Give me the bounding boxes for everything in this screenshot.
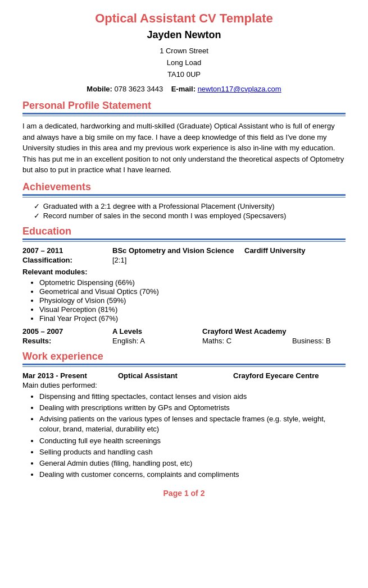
mobile-label: Mobile: <box>87 85 112 93</box>
page-footer: Page 1 of 2 <box>22 489 346 498</box>
work-duties-label: Main duties performed: <box>22 381 346 389</box>
list-item: Record number of sales in the second mon… <box>34 212 346 220</box>
list-item: Dispensing and fitting spectacles, conta… <box>39 392 346 402</box>
page-title: Optical Assistant CV Template <box>22 11 346 26</box>
achievements-divider-thin <box>22 197 346 197</box>
list-item: General Admin duties (filing, handling p… <box>39 458 346 468</box>
address-block: 1 Crown Street Long Load TA10 0UP <box>22 45 346 80</box>
edu-dates-1: 2007 – 2011 <box>22 246 112 255</box>
list-item: Dealing with customer concerns, complain… <box>39 470 346 480</box>
list-item: Final Year Project (67%) <box>39 314 346 323</box>
personal-profile-heading: Personal Profile Statement <box>22 100 346 112</box>
edu-classification-row: Classification: [2:1] <box>22 256 346 264</box>
work-entry-1-row: Mar 2013 - Present Optical Assistant Cra… <box>22 371 346 380</box>
list-item: Conducting full eye health screenings <box>39 436 346 446</box>
edu-result-business: Business: B <box>292 337 346 345</box>
edu-result-maths: Maths: C <box>202 337 292 345</box>
education-divider-thin <box>22 241 346 242</box>
education-entry-2-row: 2005 – 2007 A Levels Crayford West Acade… <box>22 327 346 336</box>
education-entry-1-row: 2007 – 2011 BSc Optometry and Vision Sci… <box>22 246 346 255</box>
contact-line: Mobile: 078 3623 3443 E-mail: newton117@… <box>22 85 346 93</box>
edu-qualification-1: BSc Optometry and Vision Science <box>112 246 244 255</box>
work-divider-thick <box>22 364 346 365</box>
work-title-1: Optical Assistant <box>118 371 233 380</box>
list-item: Visual Perception (81%) <box>39 305 346 314</box>
work-duties-list: Dispensing and fitting spectacles, conta… <box>22 392 346 480</box>
work-experience-heading: Work experience <box>22 351 346 362</box>
personal-profile-body: I am a dedicated, hardworking and multi-… <box>22 121 346 176</box>
achievements-divider-thick <box>22 194 346 196</box>
mobile-value: 078 3623 3443 <box>114 85 163 93</box>
edu-institution-1: Cardiff University <box>244 246 346 255</box>
email-label: E-mail: <box>171 85 196 93</box>
address-line3: TA10 0UP <box>22 69 346 81</box>
edu-results-label: Results: <box>22 337 112 345</box>
work-employer-1: Crayford Eyecare Centre <box>233 371 346 380</box>
edu-classification-label: Classification: <box>22 256 112 264</box>
work-dates-1: Mar 2013 - Present <box>22 371 118 380</box>
education-heading: Education <box>22 226 346 237</box>
relevant-modules-label: Relevant modules: <box>22 268 346 276</box>
edu-classification-value: [2:1] <box>112 256 346 264</box>
list-item: Advising patients on the various types o… <box>39 414 346 434</box>
edu-results-row: Results: English: A Maths: C Business: B <box>22 337 346 345</box>
address-line1: 1 Crown Street <box>22 45 346 57</box>
candidate-name: Jayden Newton <box>22 29 346 41</box>
modules-list: Optometric Dispensing (66%) Geometrical … <box>22 278 346 323</box>
edu-qualification-2: A Levels <box>112 327 202 336</box>
list-item: Geometrical and Visual Optics (70%) <box>39 287 346 296</box>
list-item: Optometric Dispensing (66%) <box>39 278 346 287</box>
work-divider-thin <box>22 366 346 367</box>
achievements-list: Graduated with a 2:1 degree with a Profe… <box>22 202 346 220</box>
list-item: Dealing with prescriptions written by GP… <box>39 403 346 413</box>
achievements-heading: Achievements <box>22 181 346 193</box>
education-divider-thick <box>22 238 346 240</box>
edu-institution-2: Crayford West Academy <box>202 327 346 336</box>
list-item: Physiology of Vision (59%) <box>39 296 346 305</box>
edu-dates-2: 2005 – 2007 <box>22 327 112 336</box>
address-line2: Long Load <box>22 57 346 69</box>
profile-divider-thick <box>22 113 346 114</box>
profile-divider-thin <box>22 116 346 116</box>
email-value[interactable]: newton117@cvplaza.com <box>198 85 281 93</box>
list-item: Graduated with a 2:1 degree with a Profe… <box>34 202 346 210</box>
list-item: Selling products and handling cash <box>39 447 346 457</box>
edu-result-english: English: A <box>112 337 202 345</box>
